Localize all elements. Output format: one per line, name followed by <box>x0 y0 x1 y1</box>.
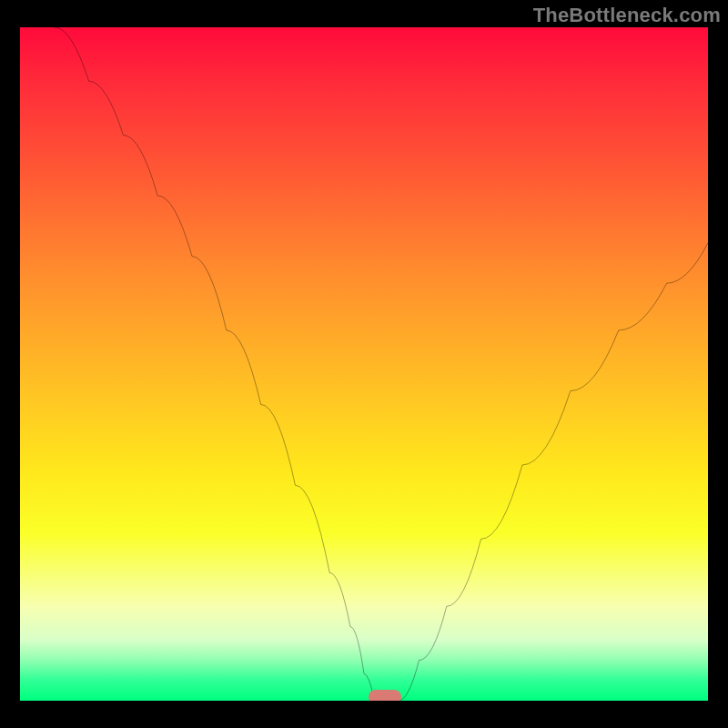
curve-right-branch <box>399 243 708 701</box>
watermark-text: TheBottleneck.com <box>533 4 721 27</box>
curve-left-branch <box>55 27 375 701</box>
chart-frame: TheBottleneck.com <box>0 0 728 728</box>
optimal-marker <box>369 690 401 701</box>
plot-area <box>20 27 708 701</box>
bottleneck-curve <box>20 27 708 701</box>
